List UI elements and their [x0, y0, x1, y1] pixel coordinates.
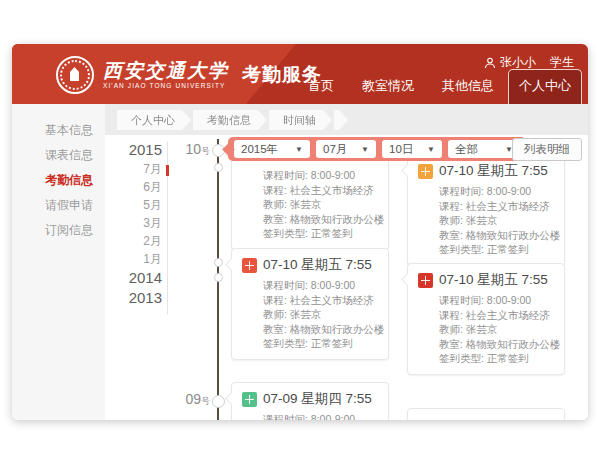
filter-dropdown-3[interactable]: 10日▼ [382, 140, 442, 158]
card-field-教室: 教室: 格物致知行政办公楼 [439, 337, 556, 352]
university-name-block: 西安交通大学 XI'AN JIAO TONG UNIVERSITY [103, 61, 229, 90]
card-fields: 课程时间: 8:00-9:00课程: 社会主义市场经济教师: 张芸京教室: 格物… [263, 412, 380, 420]
timeline-dot-2 [214, 163, 223, 172]
day-suffix: 号 [201, 396, 210, 406]
attendance-card-5: 07-09 星期四 7:55课程时间: 8:00-9:00课程: 社会主义市场经… [231, 382, 389, 420]
current-month-tick [166, 165, 169, 176]
attendance-card-3: 07-10 星期五 7:55课程时间: 8:00-9:00课程: 社会主义市场经… [231, 248, 389, 360]
card-field-签到类型: 签到类型: 正常签到 [263, 336, 380, 351]
card-field-课程: 课程: 社会主义市场经济 [263, 183, 380, 198]
screen: 西安交通大学 XI'AN JIAO TONG UNIVERSITY 考勤服务 张… [0, 0, 600, 450]
timeline-month-7月-active[interactable]: 7月 [110, 160, 162, 178]
card-field-教师: 教师: 张芸京 [263, 307, 380, 322]
nav-item-3[interactable]: 其他信息 [428, 70, 508, 104]
card-header: 07-10 星期五 7:55 [242, 256, 380, 274]
card-field-课程: 课程: 社会主义市场经济 [439, 308, 556, 323]
card-field-教室: 教室: 格物致知行政办公楼 [263, 322, 380, 337]
card-fields: 课程时间: 8:00-9:00课程: 社会主义市场经济教师: 张芸京教室: 格物… [439, 184, 556, 257]
card-field-教室: 教室: 格物致知行政办公楼 [439, 228, 556, 243]
card-date: 07-10 星期五 7:55 [439, 271, 548, 289]
card-field-课程: 课程: 社会主义市场经济 [439, 199, 556, 214]
chevron-down-icon: ▼ [361, 145, 369, 154]
breadcrumb-item-2[interactable]: 考勤信息 [193, 110, 267, 130]
card-field-课程: 课程: 社会主义市场经济 [263, 293, 380, 308]
timeline-dot-4 [214, 273, 223, 282]
user-icon [484, 57, 496, 69]
timeline-month-1月[interactable]: 1月 [110, 250, 162, 268]
chevron-down-icon: ▼ [295, 145, 303, 154]
breadcrumb-tail-decoration [334, 110, 348, 130]
card-fields: 课程时间: 8:00-9:00课程: 社会主义市场经济教师: 张芸京教室: 格物… [439, 293, 556, 366]
attendance-card-4: 07-10 星期五 7:55课程时间: 8:00-9:00课程: 社会主义市场经… [407, 263, 565, 375]
attendance-card-2: 07-10 星期五 7:55课程时间: 8:00-9:00课程: 社会主义市场经… [407, 154, 565, 266]
nav-item-2[interactable]: 教室情况 [348, 70, 428, 104]
card-date: 07-10 星期五 7:55 [439, 162, 548, 180]
dropdown-value: 10日 [389, 142, 413, 157]
card-fields: 课程时间: 8:00-9:00课程: 社会主义市场经济教师: 张芸京教室: 格物… [263, 278, 380, 351]
card-date: 07-09 星期四 7:55 [263, 390, 372, 408]
status-stamp-icon-green [242, 392, 257, 407]
list-detail-button[interactable]: 列表明细 [512, 138, 582, 161]
timeline-month-5月[interactable]: 5月 [110, 196, 162, 214]
card-field-签到类型: 签到类型: 正常签到 [439, 242, 556, 257]
card-date: 07-10 星期五 7:55 [263, 256, 372, 274]
status-stamp-icon-orange [242, 258, 257, 273]
card-field-课程时间: 课程时间: 8:00-9:00 [439, 293, 556, 308]
university-emblem-icon [56, 56, 94, 94]
sidebar-item-1[interactable]: 基本信息 [12, 118, 105, 143]
filter-dropdown-1[interactable]: 2015年▼ [234, 140, 310, 158]
day-suffix: 号 [201, 146, 210, 156]
day-number: 10 [185, 141, 201, 157]
dropdown-value: 全部 [455, 142, 478, 157]
card-field-签到类型: 签到类型: 正常签到 [263, 226, 380, 241]
card-field-课程时间: 课程时间: 8:00-9:00 [263, 412, 380, 420]
app-window: 西安交通大学 XI'AN JIAO TONG UNIVERSITY 考勤服务 张… [12, 44, 588, 420]
nav-item-4-active[interactable]: 个人中心 [508, 69, 582, 104]
status-stamp-icon-amber [418, 164, 433, 179]
card-field-教室: 教室: 格物致知行政办公楼 [263, 212, 380, 227]
filter-dropdown-4[interactable]: 全部▼ [448, 140, 520, 158]
dropdown-value: 2015年 [241, 142, 278, 157]
card-header: 07-09 星期四 7:55 [242, 390, 380, 408]
card-header: 07-10 星期五 7:55 [418, 162, 556, 180]
breadcrumb-item-1[interactable]: 个人中心 [117, 110, 191, 130]
timeline-day-09: 09号 [166, 391, 210, 408]
breadcrumb: 个人中心考勤信息时间轴 [117, 110, 350, 130]
timeline-year-2014[interactable]: 2014 [110, 268, 162, 288]
timeline-year-2013[interactable]: 2013 [110, 288, 162, 308]
breadcrumb-bar: 个人中心考勤信息时间轴 [105, 104, 588, 135]
day-number: 09 [185, 391, 201, 407]
card-field-教师: 教师: 张芸京 [439, 213, 556, 228]
university-name-en: XI'AN JIAO TONG UNIVERSITY [103, 83, 229, 90]
timeline-month-2月[interactable]: 2月 [110, 232, 162, 250]
timeline-month-3月[interactable]: 3月 [110, 214, 162, 232]
breadcrumb-item-3[interactable]: 时间轴 [269, 110, 332, 130]
university-name-cn: 西安交通大学 [103, 61, 229, 80]
timeline-dot-3 [214, 258, 223, 267]
card-field-课程时间: 课程时间: 8:00-9:00 [263, 278, 380, 293]
timeline-day-10: 10号 [166, 141, 210, 158]
dropdown-value: 07月 [323, 142, 347, 157]
sidebar-item-3-active[interactable]: 考勤信息 [12, 168, 105, 193]
filter-dropdown-2[interactable]: 07月▼ [316, 140, 376, 158]
year-month-nav: 20157月6月5月3月2月1月20142013 [110, 140, 162, 308]
sidebar-item-2[interactable]: 课表信息 [12, 143, 105, 168]
sidebar-item-5[interactable]: 订阅信息 [12, 218, 105, 243]
header: 西安交通大学 XI'AN JIAO TONG UNIVERSITY 考勤服务 张… [12, 44, 588, 104]
card-field-课程时间: 课程时间: 8:00-9:00 [263, 168, 380, 183]
logo: 西安交通大学 XI'AN JIAO TONG UNIVERSITY 考勤服务 [56, 56, 322, 94]
card-field-签到类型: 签到类型: 正常签到 [439, 351, 556, 366]
attendance-card-6 [407, 408, 565, 420]
card-fields: 课程时间: 8:00-9:00课程: 社会主义市场经济教师: 张芸京教室: 格物… [263, 168, 380, 241]
timeline-dot-5 [212, 395, 225, 408]
timeline-month-6月[interactable]: 6月 [110, 178, 162, 196]
timeline-year-2015-active[interactable]: 2015 [110, 140, 162, 160]
card-field-课程时间: 课程时间: 8:00-9:00 [439, 184, 556, 199]
card-field-教师: 教师: 张芸京 [263, 197, 380, 212]
status-stamp-icon-red [418, 273, 433, 288]
nav-item-1[interactable]: 首页 [294, 70, 348, 104]
main-nav: 首页教室情况其他信息个人中心 [294, 69, 582, 104]
sidebar-item-4[interactable]: 请假申请 [12, 193, 105, 218]
sidebar: 基本信息课表信息考勤信息请假申请订阅信息 [12, 104, 105, 420]
chevron-down-icon: ▼ [427, 145, 435, 154]
